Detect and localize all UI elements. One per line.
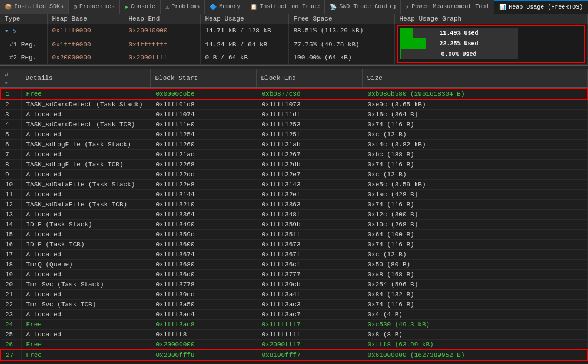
tab-label-heap-usage: Heap Usage (FreeRTOS) <box>509 4 583 11</box>
col-heap-usage: Heap Usage <box>200 14 288 24</box>
table-row[interactable]: 14IDLE (Task Stack)0x1fff34900x1fff359b0… <box>1 220 587 230</box>
tab-label-power: Power Measurement Tool <box>411 4 489 10</box>
heap-usage-1: 14.24 kB / 64 kB <box>200 38 288 51</box>
graph-bar-2: 0.00% Used <box>400 49 583 59</box>
tab-icon-memory: 🔷 <box>210 4 217 11</box>
table-row[interactable]: 1Free0x0000c6be0xb0877c3d0xb086b580 (296… <box>1 89 587 99</box>
tab-label-properties: Properties <box>79 4 115 10</box>
graph-bar-0: 11.49% Used <box>400 28 583 38</box>
heap-freespace-1: 77.75% (49.76 kB) <box>288 38 394 51</box>
table-row[interactable]: 9Allocated0x1fff22dc0x1fff22e70xc (12 B) <box>1 170 587 180</box>
table-row[interactable]: 5Allocated0x1fff12540x1fff125f0xc (12 B) <box>1 130 587 140</box>
tab-console[interactable]: ▶ Console <box>120 0 161 14</box>
table-row[interactable]: 15Allocated0x1fff359c0x1fff35ff0x64 (100… <box>1 230 587 240</box>
tab-properties[interactable]: ⚙ Properties <box>69 0 120 14</box>
table-row[interactable]: 27Free0x2000fff80x8100fff70x61000000 (16… <box>1 350 587 360</box>
table-row[interactable]: 26Free0x200000000x2000fff70xfff8 (63.99 … <box>1 340 587 350</box>
graph-bar-1: 22.25% Used <box>400 39 583 48</box>
table-row[interactable]: 23Allocated0x1fff3ac40x1fff3ac70x4 (4 B) <box>1 310 587 320</box>
heap-freespace-0: 88.51% (113.29 kB) <box>288 24 394 38</box>
tab-icon-console: ▶ <box>125 4 128 11</box>
table-row[interactable]: 22Tmr Svc (Task TCB)0x1fff3a500x1fff3ac3… <box>1 300 587 310</box>
heap-type-2: #2 Reg. <box>0 51 47 65</box>
table-row[interactable]: 8TASK_sdLogFile (Task TCB)0x1fff22680x1f… <box>1 160 587 170</box>
heap-end-0: 0x20010000 <box>124 24 200 38</box>
block-table-header: # ▴ Details Block Start Block End Size <box>0 69 588 88</box>
tab-label-instruction-trace: Instruction Trace <box>260 4 320 10</box>
tab-icon-heap-usage: 📊 <box>499 4 506 11</box>
tab-icon-power: ⚡ <box>406 4 409 11</box>
heap-usage-0: 14.71 kB / 128 kB <box>200 24 288 38</box>
tab-bar: 📦 Installed SDKs ⚙ Properties ▶ Console … <box>0 0 588 14</box>
table-row[interactable]: 7Allocated0x1fff21ac0x1fff22670xbc (188 … <box>1 150 587 160</box>
col-heap-base: Heap Base <box>47 14 124 24</box>
table-row[interactable]: 11Allocated0x1fff31440x1fff32ef0x1ac (42… <box>1 190 587 200</box>
table-row[interactable]: 20Tmr Svc (Task Stack)0x1fff37780x1fff39… <box>1 280 587 290</box>
tab-label-swo-trace: SWO Trace Config <box>339 4 396 10</box>
table-row[interactable]: 18TmrQ (Queue)0x1fff36800x1fff36cf0x50 (… <box>1 260 587 270</box>
table-row[interactable]: 12TASK_sdDataFile (Task TCB)0x1fff32f00x… <box>1 200 587 210</box>
tab-icon-problems: ⚠ <box>165 4 169 11</box>
tab-power[interactable]: ⚡ Power Measurement Tool <box>401 0 494 14</box>
tab-icon-swo-trace: 📡 <box>330 4 337 11</box>
heap-graph-wrapper: 11.49% Used 22.25% Used <box>397 25 586 63</box>
col-type: Type <box>0 14 47 24</box>
heap-summary-table-container: Type Heap Base Heap End Heap Usage Free … <box>0 14 588 65</box>
col-blockend-header[interactable]: Block End <box>256 69 362 88</box>
col-heap-graph: Heap Usage Graph <box>394 14 588 24</box>
tab-instruction-trace[interactable]: 📋 Instruction Trace <box>245 0 325 14</box>
table-row[interactable]: 21Allocated0x1fff39cc0x1fff3a4f0x84 (132… <box>1 290 587 300</box>
table-row[interactable]: 17Allocated0x1fff36740x1fff367f0xc (12 B… <box>1 250 587 260</box>
heap-base-2: 0x20000000 <box>47 51 124 65</box>
sort-icon-num: ▴ <box>5 79 8 85</box>
heap-type-1: #1 Reg. <box>0 38 47 51</box>
heap-graph-cell: 11.49% Used 22.25% Used <box>394 24 588 65</box>
table-row[interactable]: 10TASK_sdDataFile (Task Stack)0x1fff22e8… <box>1 180 587 190</box>
tab-swo-trace[interactable]: 📡 SWO Trace Config <box>325 0 401 14</box>
col-free-space: Free Space <box>288 14 394 24</box>
col-size-header[interactable]: Size <box>362 69 588 88</box>
main-container: 📦 Installed SDKs ⚙ Properties ▶ Console … <box>0 0 588 364</box>
tab-icon-instruction-trace: 📋 <box>250 4 257 11</box>
tab-icon-installed-sdks: 📦 <box>5 4 12 11</box>
tab-label-problems: Problems <box>171 4 200 10</box>
tab-memory[interactable]: 🔷 Memory <box>205 0 245 14</box>
table-row[interactable]: 19Allocated0x1fff36d00x1fff37770xa8 (168… <box>1 270 587 280</box>
table-row[interactable]: 4TASK_sdCardDetect (Task TCB)0x1fff11e00… <box>1 120 587 130</box>
heap-base-0: 0x1fff0000 <box>47 24 124 38</box>
heap-freespace-2: 100.00% (64 kB) <box>288 51 394 65</box>
heap-base-1: 0x1fff0000 <box>47 38 124 51</box>
col-heap-end: Heap End <box>124 14 200 24</box>
tab-problems[interactable]: ⚠ Problems <box>161 0 205 14</box>
heap-end-2: 0x2000ffff <box>124 51 200 65</box>
heap-summary-row-0: ▾ 5 0x1fff0000 0x20010000 14.71 kB / 128… <box>0 24 588 38</box>
table-row[interactable]: 3Allocated0x1fff10740x1fff11df0x16c (364… <box>1 110 587 120</box>
table-row[interactable]: 25Allocated0x1ffff80x1fffffff0x8 (8 B) <box>1 330 587 340</box>
table-row[interactable]: 24Free0x1fff3ac80x1ffffff70xc530 (49.3 k… <box>1 320 587 330</box>
heap-end-1: 0x1fffffff <box>124 38 200 51</box>
table-row[interactable]: 6TASK_sdLogFile (Task Stack)0x1fff12600x… <box>1 140 587 150</box>
tab-label-memory: Memory <box>219 4 240 10</box>
table-row[interactable]: 16IDLE (Task TCB)0x1fff36000x1fff36730x7… <box>1 240 587 250</box>
tab-icon-properties: ⚙ <box>74 4 77 11</box>
tab-heap-usage[interactable]: 📊 Heap Usage (FreeRTOS) ✕ <box>494 0 588 14</box>
table-row[interactable]: 13Allocated0x1fff33640x1fff348f0x12c (30… <box>1 210 587 220</box>
table-row[interactable]: 2TASK_sdCardDetect (Task Stack)0x1fff01d… <box>1 99 587 110</box>
heap-usage-2: 0 B / 64 kB <box>200 51 288 65</box>
tab-installed-sdks[interactable]: 📦 Installed SDKs <box>0 0 69 14</box>
heap-type-0: ▾ 5 <box>0 24 47 38</box>
col-num-header[interactable]: # ▴ <box>0 69 21 88</box>
tab-label-console: Console <box>131 4 155 10</box>
block-table-scroll[interactable]: 1Free0x0000c6be0xb0877c3d0xb086b580 (296… <box>0 88 588 364</box>
col-blockstart-header[interactable]: Block Start <box>150 69 256 88</box>
heap-summary-section: Type Heap Base Heap End Heap Usage Free … <box>0 14 588 66</box>
col-details-header[interactable]: Details <box>21 69 150 88</box>
tab-label-installed-sdks: Installed SDKs <box>14 4 64 10</box>
